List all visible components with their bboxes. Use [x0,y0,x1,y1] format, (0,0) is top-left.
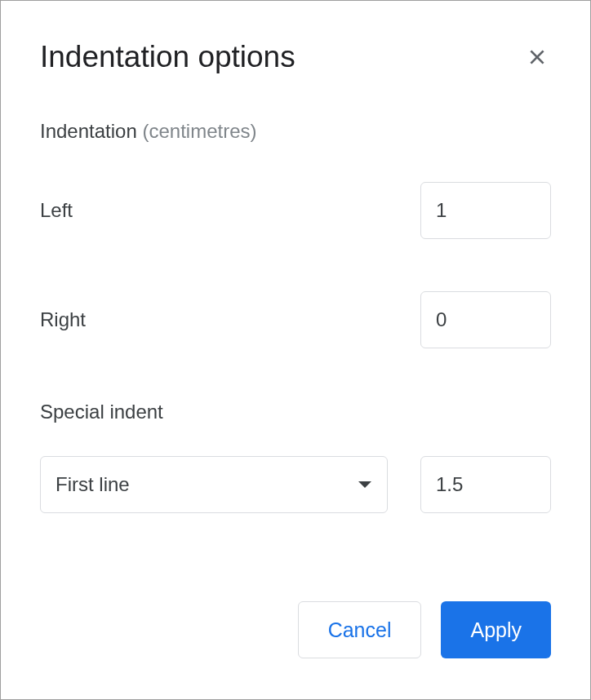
left-field-row: Left [40,182,551,239]
cancel-button[interactable]: Cancel [298,601,422,658]
special-indent-select-wrapper: First line [40,456,388,513]
right-input[interactable] [420,291,551,348]
left-label: Left [40,199,73,222]
dialog-header: Indentation options [40,40,551,74]
indentation-unit-text: (centimetres) [142,120,256,142]
right-label: Right [40,308,86,331]
special-indent-selected-text: First line [56,473,130,496]
left-input[interactable] [420,182,551,239]
dialog-title: Indentation options [40,40,296,74]
close-icon [527,47,548,68]
indentation-label-text: Indentation [40,120,137,142]
dialog-footer: Cancel Apply [40,601,551,658]
special-indent-label: Special indent [40,401,551,423]
special-indent-select[interactable]: First line [40,456,388,513]
apply-button[interactable]: Apply [441,601,551,658]
indentation-section-label: Indentation (centimetres) [40,120,551,143]
close-button[interactable] [523,43,551,71]
right-field-row: Right [40,291,551,348]
special-indent-row: First line [40,456,551,513]
indentation-options-dialog: Indentation options Indentation (centime… [0,0,591,700]
special-indent-value-input[interactable] [420,456,551,513]
